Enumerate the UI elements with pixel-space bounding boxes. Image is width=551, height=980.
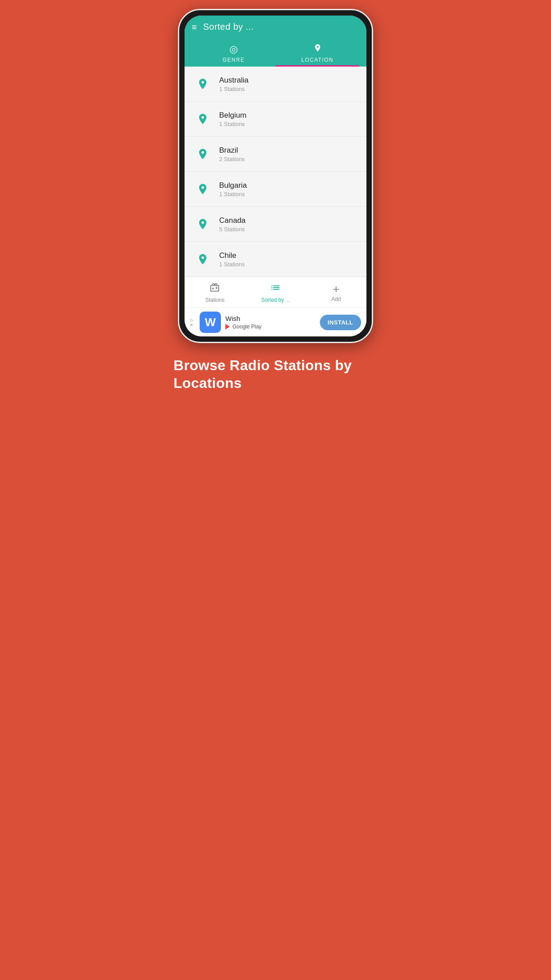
- hamburger-icon[interactable]: ≡: [192, 23, 197, 32]
- station-count: 5 Stations: [219, 226, 246, 233]
- ad-text-block: Wish Google Play: [225, 315, 315, 330]
- country-name: Canada: [219, 216, 246, 225]
- genre-label: GENRE: [222, 57, 244, 63]
- list-item[interactable]: Chile 1 Stations: [185, 242, 366, 277]
- location-pin-icon: [193, 75, 212, 93]
- location-pin-icon: [193, 110, 212, 128]
- add-icon: +: [333, 283, 339, 295]
- install-button[interactable]: INSTALL: [320, 315, 361, 330]
- ad-store-info: Google Play: [225, 324, 315, 330]
- radio-icon: [209, 282, 220, 296]
- nav-add-label: Add: [331, 296, 341, 302]
- google-play-icon: [225, 324, 230, 329]
- tab-location[interactable]: LOCATION: [276, 39, 359, 67]
- tab-genre[interactable]: ◎ GENRE: [192, 39, 276, 67]
- nav-stations-label: Stations: [205, 297, 224, 303]
- location-tab-icon: [313, 43, 322, 55]
- country-name: Brazil: [219, 146, 245, 155]
- country-name: Chile: [219, 251, 245, 260]
- nav-stations[interactable]: Stations: [185, 281, 245, 305]
- station-count: 1 Stations: [219, 121, 246, 127]
- list-item[interactable]: Canada 5 Stations: [185, 207, 366, 242]
- browse-radio-text: Browse Radio Stations by Locations: [173, 357, 352, 391]
- country-list: Australia 1 Stations Belgium 1 Stations: [185, 67, 366, 277]
- country-name: Belgium: [219, 111, 246, 120]
- list-item[interactable]: Belgium 1 Stations: [185, 102, 366, 137]
- station-count: 2 Stations: [219, 156, 245, 162]
- ad-x: ✕: [190, 323, 193, 327]
- station-count: 1 Stations: [219, 86, 248, 92]
- genre-icon: ◎: [229, 43, 238, 55]
- location-pin-icon: [193, 250, 212, 269]
- station-count: 1 Stations: [219, 191, 247, 198]
- country-name: Bulgaria: [219, 181, 247, 190]
- svg-point-0: [212, 288, 214, 289]
- station-count: 1 Stations: [219, 261, 245, 268]
- list-item[interactable]: Australia 1 Stations: [185, 67, 366, 102]
- ad-app-logo: W: [200, 312, 221, 333]
- ad-store-name: Google Play: [232, 324, 261, 330]
- location-pin-icon: [193, 215, 212, 233]
- location-label: LOCATION: [301, 57, 333, 63]
- header-title: Sorted by ...: [203, 22, 254, 32]
- app-header: ≡ Sorted by ... ◎ GENRE: [185, 16, 366, 67]
- ad-close-button[interactable]: ▷ ✕: [190, 318, 193, 327]
- list-icon: [270, 282, 281, 296]
- ad-app-name: Wish: [225, 315, 315, 322]
- phone-screen: ≡ Sorted by ... ◎ GENRE: [185, 16, 366, 336]
- phone-frame: ≡ Sorted by ... ◎ GENRE: [178, 9, 373, 343]
- list-item[interactable]: Brazil 2 Stations: [185, 137, 366, 172]
- ad-banner: ▷ ✕ W Wish Google Play INSTALL: [185, 308, 366, 336]
- nav-sorted-by[interactable]: Sorted by ...: [245, 281, 306, 305]
- list-item[interactable]: Bulgaria 1 Stations: [185, 172, 366, 207]
- nav-add[interactable]: + Add: [306, 281, 366, 304]
- country-name: Australia: [219, 76, 248, 85]
- ad-indicator: ▷: [190, 318, 193, 322]
- location-pin-icon: [193, 145, 212, 163]
- browse-text-section: Browse Radio Stations by Locations: [165, 343, 386, 405]
- bottom-nav: Stations Sorted by ... + Add: [185, 277, 366, 308]
- tab-bar: ◎ GENRE LOCATION: [192, 39, 359, 67]
- location-pin-icon: [193, 180, 212, 198]
- nav-sorted-label: Sorted by ...: [261, 297, 290, 303]
